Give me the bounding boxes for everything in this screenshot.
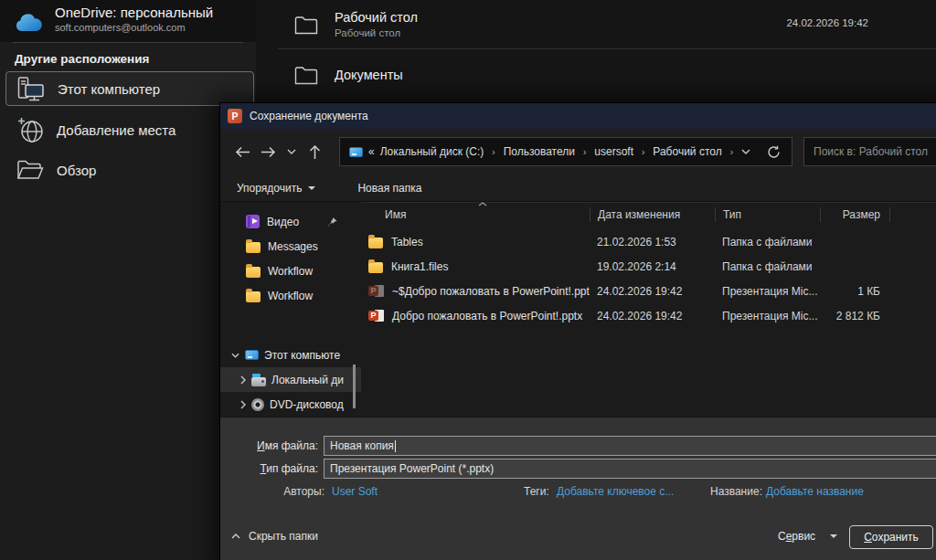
sidebar-item-videos[interactable]: Видео [220, 209, 361, 234]
breadcrumb-separator: › [583, 147, 586, 157]
file-row[interactable]: Книга1.files 19.02.2026 2:14 Папка с фай… [361, 254, 936, 279]
chevron-right-icon[interactable] [240, 375, 246, 385]
recent-folder-row[interactable]: Документы [256, 49, 936, 100]
address-bar[interactable]: « Локальный диск (C:) › Пользователи › u… [339, 137, 792, 166]
authors-value[interactable]: User Soft [332, 485, 378, 498]
breadcrumb-separator: › [730, 147, 733, 157]
dropdown-caret-icon [830, 534, 837, 538]
folder-icon [368, 262, 383, 273]
metadata-row: Авторы: User Soft Теги: Добавьте ключево… [220, 485, 936, 500]
save-button[interactable]: Сохранить [849, 525, 933, 549]
other-locations-header: Другие расположения [0, 43, 256, 69]
this-pc-icon [245, 350, 259, 360]
tags-label: Теги: [524, 485, 549, 498]
file-name-label: Имя файла: [220, 439, 324, 452]
file-type-select[interactable]: Презентация PowerPoint (*.pptx) [324, 459, 936, 479]
recent-folder-path: Рабочий стол [335, 27, 418, 38]
sidebar-item-workflow-2[interactable]: Workflow [220, 283, 361, 308]
title-add-link[interactable]: Добавьте название [766, 485, 864, 498]
breadcrumb-overflow[interactable]: « [368, 145, 375, 158]
forward-button[interactable] [259, 146, 277, 158]
navigation-bar: « Локальный диск (C:) › Пользователи › u… [220, 129, 936, 174]
file-row[interactable]: Tables 21.02.2026 1:53 Папка с файлами [361, 229, 936, 254]
new-folder-button[interactable]: Новая папка [357, 182, 421, 195]
dialog-footer: Скрыть папки Сервис Сохранить [220, 523, 936, 553]
powerpoint-icon: P [228, 109, 242, 123]
this-pc-icon [16, 76, 47, 101]
column-header-name[interactable]: Имя [361, 207, 590, 222]
breadcrumb-separator: › [642, 147, 644, 157]
dialog-bottom-pane: Имя файла: Новая копия Тип файла: Презен… [220, 417, 936, 560]
place-onedrive[interactable]: OneDrive: персональный soft.computers@ou… [0, 0, 256, 42]
chevron-up-icon [231, 534, 240, 539]
file-list-header: Имя Дата изменения Тип Размер [361, 202, 936, 226]
folder-icon [246, 242, 261, 253]
search-input[interactable] [803, 137, 936, 166]
authors-label: Авторы: [277, 485, 324, 498]
dropdown-caret-icon [308, 186, 315, 190]
folder-icon [246, 267, 261, 278]
onedrive-cloud-icon [13, 5, 44, 42]
browse-folder-icon [15, 159, 46, 181]
screen: OneDrive: персональный soft.computers@ou… [0, 0, 936, 560]
tree-item-this-pc[interactable]: Этот компьюте [220, 343, 361, 367]
breadcrumb-segment[interactable]: Пользователи [504, 145, 575, 158]
powerpoint-file-icon: P [368, 309, 384, 323]
chevron-down-icon[interactable] [231, 353, 239, 358]
sidebar-item-messages[interactable]: Messages [220, 234, 361, 259]
column-header-size[interactable]: Размер [820, 207, 889, 222]
column-header-extra [889, 207, 936, 222]
recent-locations-chevron[interactable] [285, 149, 299, 154]
dialog-main: Видео Messages Workflow [220, 202, 936, 417]
spacer [220, 308, 361, 343]
breadcrumb-separator: › [492, 147, 495, 157]
refresh-icon[interactable] [767, 145, 781, 159]
place-this-pc[interactable]: Этот компьютер [5, 71, 254, 106]
tree-item-dvd-drive[interactable]: DVD-дисковод [220, 392, 361, 417]
text-caret [395, 440, 396, 452]
file-list: Имя Дата изменения Тип Размер [361, 202, 936, 417]
place-add-location[interactable]: Добавление места [0, 110, 256, 150]
dialog-titlebar: P Сохранение документа [220, 103, 936, 129]
dialog-toolbar: Упорядочить Новая папка [220, 174, 936, 202]
local-disk-icon [251, 377, 266, 386]
onedrive-title: OneDrive: персональный [55, 5, 213, 20]
folder-outline-icon [294, 15, 318, 35]
address-dropdown-chevron[interactable] [741, 149, 750, 154]
tree-item-local-disk[interactable]: Локальный ди [220, 367, 361, 392]
tags-add-link[interactable]: Добавьте ключевое с... [557, 485, 674, 498]
tools-dropdown[interactable]: Сервис [778, 530, 837, 543]
file-row[interactable]: P ~$Добро пожаловать в PowerPoint!.pptx … [361, 279, 936, 303]
folder-icon [368, 238, 383, 248]
recent-folders-panel: Рабочий стол Рабочий стол 24.02.2026 19:… [256, 0, 936, 102]
hide-folders-button[interactable]: Скрыть папки [231, 530, 318, 543]
dialog-title: Сохранение документа [250, 110, 368, 122]
breadcrumb-segment[interactable]: usersoft [594, 145, 633, 158]
sidebar-item-workflow[interactable]: Workflow [220, 259, 361, 283]
recent-folder-row[interactable]: Рабочий стол Рабочий стол 24.02.2026 19:… [256, 0, 936, 48]
dvd-drive-icon [251, 398, 264, 411]
onedrive-email: soft.computers@outlook.com [55, 22, 213, 33]
breadcrumb-segment[interactable]: Рабочий стол [653, 145, 721, 158]
place-browse[interactable]: Обзор [0, 150, 256, 190]
up-button[interactable] [306, 144, 324, 160]
sidebar-scrollbar[interactable] [353, 365, 356, 408]
place-label: Добавление места [57, 122, 176, 138]
chevron-right-icon[interactable] [240, 400, 246, 409]
recent-folder-date: 24.02.2026 19:42 [786, 17, 868, 28]
backstage-places-panel: OneDrive: персональный soft.computers@ou… [0, 0, 256, 560]
powerpoint-file-icon: P [368, 284, 384, 299]
place-label: Обзор [57, 163, 96, 178]
breadcrumb-segment[interactable]: Локальный диск (C:) [380, 145, 484, 158]
videos-icon [246, 215, 260, 228]
file-row[interactable]: P Добро пожаловать в PowerPoint!.pptx 24… [361, 303, 936, 328]
folder-outline-icon [294, 65, 318, 85]
add-place-globe-icon [15, 116, 46, 144]
column-header-date[interactable]: Дата изменения [590, 207, 715, 222]
back-button[interactable] [233, 146, 251, 158]
folder-icon [246, 291, 261, 302]
column-header-type[interactable]: Тип [715, 207, 820, 222]
file-name-input[interactable]: Новая копия [324, 436, 936, 456]
organize-button[interactable]: Упорядочить [237, 182, 315, 195]
dialog-sidebar: Видео Messages Workflow [220, 202, 361, 417]
